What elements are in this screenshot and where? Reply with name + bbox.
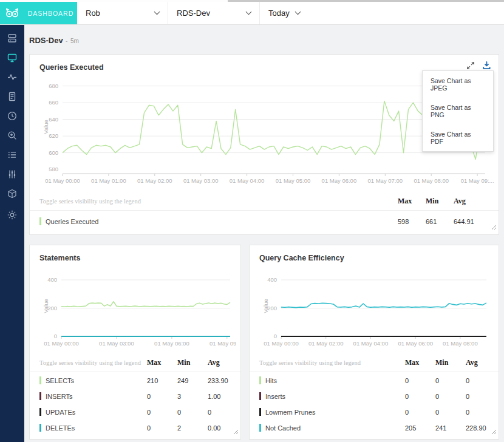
series-max: 210 [147,377,177,384]
time-range-dropdown[interactable]: Today [260,2,323,24]
min-header: Min [435,358,466,367]
legend-header: Toggle series visibility using the legen… [30,193,499,211]
series-name: Hits [265,377,405,384]
resize-handle[interactable] [491,222,497,233]
query-analyzer-search-icon[interactable] [7,130,18,141]
series-max: 0 [147,393,177,400]
legend-row-deletes[interactable]: DELETEs020.00 [39,420,238,435]
series-min: 0 [435,377,466,384]
svg-text:01 May 06:00: 01 May 06:00 [322,177,357,184]
menu-item-save-png[interactable]: Save Chart as PNG [423,98,493,124]
series-max: 205 [405,424,435,432]
svg-text:0: 0 [54,333,57,339]
min-header: Min [426,197,454,206]
legend-row-updates[interactable]: UPDATEs000 [39,404,238,420]
server-name: RDS-Dev [29,36,63,45]
legend-row-inserts[interactable]: INSERTs031.00 [39,388,238,404]
svg-text:680: 680 [49,83,58,89]
series-min: 3 [177,393,208,400]
svg-text:01 May 04:00: 01 May 04:00 [353,340,389,347]
user-dropdown[interactable]: Rob [77,2,168,24]
resize-handle[interactable] [491,426,497,437]
top-bar: DASHBOARD Rob RDS-Dev Today [0,2,504,25]
min-header: Min [177,358,208,367]
series-name: Inserts [265,393,405,400]
series-avg: 233.90 [208,377,238,384]
history-clock-icon[interactable] [7,110,18,121]
svg-text:Value: Value [262,299,269,313]
series-color-swatch [259,392,261,400]
max-header: Max [398,197,426,206]
time-range-label: Today [268,8,290,18]
settings-gear-icon[interactable] [7,209,18,220]
legend-row-not-cached[interactable]: Not Cached205241228.90 [259,420,496,435]
menu-item-save-jpeg[interactable]: Save Chart as JPEG [423,71,493,98]
tab-dashboard[interactable]: DASHBOARD [24,2,77,24]
series-avg: 644.91 [454,218,482,225]
save-chart-menu: Save Chart as JPEG Save Chart as PNG Sav… [422,70,494,152]
legend-rows: Hits000Inserts000Lowmem Prunes000Not Cac… [250,372,499,439]
svg-text:Value: Value [43,299,49,313]
legend-header: Toggle series visibility using the legen… [250,355,499,372]
chevron-down-icon [295,9,301,15]
series-avg: 0 [466,409,496,416]
owl-logo-icon [4,7,20,19]
resize-handle[interactable] [233,426,239,437]
svg-text:01 May 02:00: 01 May 02:00 [137,177,172,184]
user-dropdown-label: Rob [86,8,155,18]
legend-header: Toggle series visibility using the legen… [30,355,240,372]
server-dropdown[interactable]: RDS-Dev [168,2,260,24]
svg-text:01 May 03:00: 01 May 03:00 [183,177,219,184]
series-max: 0 [147,409,177,416]
series-name: INSERTs [46,393,147,400]
collection-interval: 5m [70,38,79,44]
statements-chart[interactable]: 0200400Value01 May 00:0001 May 03:0001 M… [30,271,240,355]
chevron-down-icon [246,9,252,15]
series-min: 661 [426,218,454,225]
series-name: Queries Executed [46,218,398,225]
activity-pulse-icon[interactable] [7,72,18,83]
legend-row-lowmem-prunes[interactable]: Lowmem Prunes000 [259,404,496,420]
series-color-swatch [39,392,41,400]
series-avg: 0 [208,409,238,416]
series-name: UPDATEs [46,409,147,416]
svg-text:01 May 05:00: 01 May 05:00 [276,177,311,184]
max-header: Max [147,358,177,367]
servers-icon[interactable] [7,33,18,44]
max-header: Max [405,358,435,367]
list-icon[interactable] [7,149,18,160]
layers-cube-icon[interactable] [7,188,18,199]
queries-executed-card: Queries Executed Save Chart as JPEG Save… [29,54,499,235]
series-color-swatch [39,408,41,416]
statements-card: Statements 0200400Value01 May 00:0001 Ma… [29,245,241,440]
chart-title: Statements [30,245,240,265]
svg-text:580: 580 [49,166,58,172]
app-logo[interactable] [0,2,24,24]
legend-row-hits[interactable]: Hits000 [259,372,496,388]
svg-text:0: 0 [274,333,277,339]
dashboard-monitor-icon[interactable] [7,52,18,63]
legend-row-inserts[interactable]: Inserts000 [259,388,496,404]
svg-text:640: 640 [49,116,58,123]
svg-text:600: 600 [49,149,58,156]
svg-text:660: 660 [49,99,58,106]
svg-text:01 May 00:00: 01 May 00:00 [45,177,80,184]
svg-text:01 May 00:00: 01 May 00:00 [44,340,79,347]
chart-title: Query Cache Efficiency [250,245,499,265]
sliders-tune-icon[interactable] [7,169,18,180]
legend-rows: SELECTs210249233.90INSERTs031.00UPDATEs0… [30,372,240,439]
svg-text:01 May 04:00: 01 May 04:00 [230,177,265,184]
legend-row-selects[interactable]: SELECTs210249233.90 [39,372,238,388]
query-cache-chart[interactable]: 0200400Value01 May 00:0001 May 02:0001 M… [250,271,499,355]
legend-row-queries-executed[interactable]: Queries Executed598661644.91 [39,211,482,231]
report-document-icon[interactable] [7,91,18,102]
series-avg: 0 [466,393,496,400]
svg-text:01 May 08:00: 01 May 08:00 [414,177,449,184]
server-dropdown-label: RDS-Dev [177,8,247,18]
svg-text:620: 620 [49,132,58,139]
page-title: RDS-Dev - 5m [29,35,499,46]
sidebar-nav [0,25,24,442]
menu-item-save-pdf[interactable]: Save Chart as PDF [423,124,493,151]
series-min: 241 [435,424,466,432]
series-color-swatch [39,217,41,225]
